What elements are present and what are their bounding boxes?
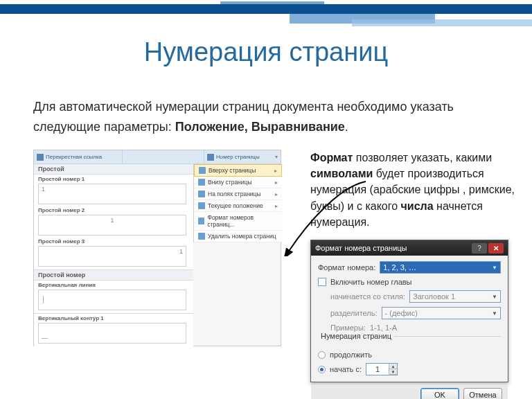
cancel-button[interactable]: Отмена	[463, 388, 502, 400]
rp-format: Формат	[310, 152, 353, 163]
spinner-buttons[interactable]: ▲▼	[389, 364, 397, 375]
label-number-format: Формат номера:	[318, 263, 375, 272]
menu-bottom-of-page[interactable]: Внизу страницы▸	[194, 177, 282, 188]
dialog-title-text: Формат номера страницы	[315, 244, 407, 252]
chevron-right-icon: ▸	[275, 203, 278, 209]
dialog-titlebar[interactable]: Формат номера страницы ? ✕	[311, 240, 508, 256]
remove-icon	[198, 233, 205, 240]
ribbon-pagenumber-label: Номер страницы	[216, 154, 260, 160]
menu-item-label: На полях страницы	[208, 190, 261, 197]
ok-label: OK	[434, 391, 445, 399]
menu-page-margins[interactable]: На полях страницы▸	[194, 188, 282, 200]
gallery-header-simple: Простой	[34, 164, 193, 175]
gallery-thumb: —	[38, 323, 186, 344]
gallery-item-label: Простой номер 2	[38, 207, 189, 213]
rp-t1: позволяет указать, какими	[353, 152, 492, 163]
gallery-item-label: Вертикальная линия	[38, 282, 189, 288]
gallery-item[interactable]: Простой номер 1 1	[34, 175, 193, 206]
ribbon-spacer	[123, 150, 204, 163]
menu-item-label: Внизу страницы	[208, 179, 252, 186]
spin-down-icon[interactable]: ▼	[389, 369, 397, 375]
menu-current-position[interactable]: Текущее положение▸	[194, 200, 282, 212]
gallery-item[interactable]: Простой номер 3 1	[34, 237, 193, 268]
chevron-right-icon: ▸	[275, 179, 278, 186]
right-paragraph: Формат позволяет указать, какими символа…	[310, 150, 515, 230]
gallery-item-label: Вертикальный контур 1	[38, 315, 189, 321]
gallery-item-label: Простой номер 3	[38, 238, 189, 245]
ok-button[interactable]: OK	[420, 388, 459, 400]
label-include-chapter: Включить номер главы	[330, 278, 412, 286]
examples-value: 1-1, 1-A	[370, 323, 397, 332]
number-format-combo[interactable]: 1, 2, 3, …▼	[380, 261, 501, 274]
page-bottom-icon	[198, 179, 205, 186]
word-pagenumber-panel: Перекрестная ссылка Номер страницы▾ Прос…	[33, 150, 281, 346]
pagenumber-gallery[interactable]: Простой Простой номер 1 1 Простой номер …	[34, 164, 193, 347]
chevron-down-icon: ▼	[492, 265, 497, 271]
label-examples: Примеры:	[330, 323, 366, 332]
body-tail: .	[345, 120, 348, 134]
chapter-style-combo[interactable]: Заголовок 1▼	[409, 290, 501, 303]
format-page-number-dialog: Формат номера страницы ? ✕ Формат номера…	[310, 240, 508, 382]
include-chapter-checkbox[interactable]	[318, 278, 326, 286]
gallery-item[interactable]: Простой номер 2 1	[34, 206, 193, 237]
menu-remove-page-numbers[interactable]: Удалить номера страниц	[194, 231, 282, 242]
page-top-icon	[199, 167, 206, 174]
chevron-down-icon: ▼	[492, 310, 497, 317]
label-starts-with-style: начинается со стиля:	[330, 292, 405, 301]
gallery-item[interactable]: Вертикальный контур 1 —	[34, 314, 193, 345]
group-page-numbering: Нумерация страниц	[318, 336, 501, 349]
ribbon-crossref[interactable]: Перекрестная ссылка	[34, 150, 123, 163]
number-format-value: 1, 2, 3, …	[383, 263, 416, 272]
ribbon-crossref-label: Перекрестная ссылка	[46, 154, 102, 160]
gallery-thumb: 1	[38, 184, 186, 204]
chapter-style-value: Заголовок 1	[413, 292, 455, 301]
radio-continue[interactable]	[318, 351, 326, 359]
label-start-at: начать с:	[330, 365, 362, 373]
gallery-item[interactable]: Вертикальная линия │	[34, 281, 193, 312]
dialog-footer: OK Отмена	[311, 384, 508, 399]
label-separator: разделитель:	[330, 309, 378, 317]
ribbon-pagenumber[interactable]: Номер страницы▾	[204, 150, 281, 163]
radio-start-at[interactable]	[318, 366, 326, 373]
spin-up-icon[interactable]: ▲	[389, 364, 397, 369]
menu-item-label: Формат номеров страниц...	[207, 214, 278, 228]
slide-decor	[0, 0, 532, 32]
page-margins-icon	[198, 190, 205, 197]
slide-body: Для автоматической нумерации страниц док…	[33, 97, 499, 137]
cancel-label: Отмена	[469, 391, 496, 399]
separator-value: - (дефис)	[385, 309, 418, 317]
menu-item-label: Удалить номера страниц	[208, 233, 276, 240]
menu-item-label: Вверху страницы	[209, 167, 256, 174]
gallery-thumb: 1	[38, 246, 186, 267]
label-continue: продолжить	[330, 351, 372, 359]
gallery-thumb: 1	[38, 215, 186, 236]
start-at-value: 1	[366, 365, 389, 373]
rp-symbols: символами	[310, 168, 373, 179]
menu-item-label: Текущее положение	[208, 202, 263, 209]
slide-title: Нумерация страниц	[0, 37, 532, 67]
rp-number: числа	[401, 200, 434, 212]
group-label-text: Нумерация страниц	[318, 332, 394, 340]
close-button[interactable]: ✕	[488, 243, 504, 254]
pagenumber-icon	[207, 154, 214, 161]
crossref-icon	[37, 154, 44, 161]
menu-format-page-numbers[interactable]: Формат номеров страниц...	[194, 212, 282, 231]
start-at-spinner[interactable]: 1 ▲▼	[366, 363, 398, 375]
gallery-header-plain: Простой номер	[34, 270, 193, 281]
chevron-right-icon: ▸	[274, 168, 277, 174]
chevron-down-icon: ▾	[275, 154, 278, 160]
gallery-thumb: │	[38, 290, 186, 310]
current-pos-icon	[198, 202, 205, 209]
chevron-right-icon: ▸	[275, 191, 278, 197]
menu-top-of-page[interactable]: Вверху страницы▸	[194, 164, 282, 177]
format-icon	[198, 218, 204, 224]
pagenumber-menu: Вверху страницы▸ Внизу страницы▸ На поля…	[193, 164, 282, 242]
separator-combo[interactable]: - (дефис)▼	[382, 307, 501, 319]
help-button[interactable]: ?	[472, 243, 487, 254]
chevron-down-icon: ▼	[492, 294, 497, 300]
body-bold: Положение, Выравнивание	[175, 120, 345, 134]
dialog-body: Формат номера: 1, 2, 3, …▼ Включить номе…	[311, 256, 508, 384]
word-ribbon-strip: Перекрестная ссылка Номер страницы▾	[34, 150, 281, 164]
gallery-item-label: Простой номер 1	[38, 176, 189, 182]
